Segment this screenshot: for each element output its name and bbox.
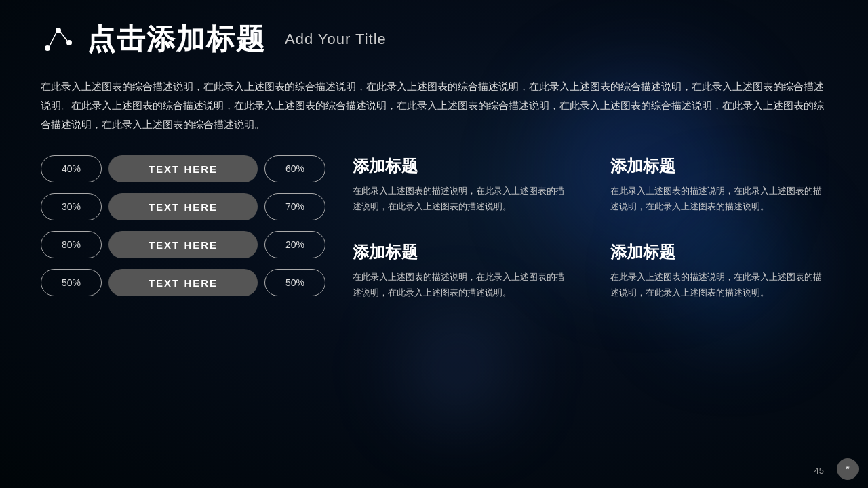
description-text: 在此录入上述图表的综合描述说明，在此录入上述图表的综合描述说明，在此录入上述图表… — [41, 77, 827, 134]
bar-right-3[interactable]: 50% — [264, 269, 326, 296]
bar-row-2: 80%TEXT HERE20% — [41, 231, 326, 258]
svg-line-4 — [60, 32, 67, 41]
card-desc-2: 在此录入上述图表的描述说明，在此录入上述图表的描述说明，在此录入上述图表的描述说… — [353, 270, 570, 301]
card-title-3: 添加标题 — [610, 241, 827, 263]
bar-right-1[interactable]: 70% — [264, 193, 326, 220]
main-area: 40%TEXT HERE60%30%TEXT HERE70%80%TEXT HE… — [41, 155, 827, 307]
bars-section: 40%TEXT HERE60%30%TEXT HERE70%80%TEXT HE… — [41, 155, 326, 307]
header: 点击添加标题 Add Your Title — [41, 20, 827, 58]
main-content: 点击添加标题 Add Your Title 在此录入上述图表的综合描述说明，在此… — [0, 0, 868, 321]
svg-point-2 — [66, 40, 72, 45]
header-icon — [41, 22, 75, 56]
card-desc-3: 在此录入上述图表的描述说明，在此录入上述图表的描述说明，在此录入上述图表的描述说… — [610, 270, 827, 301]
bar-left-1[interactable]: 30% — [41, 193, 102, 220]
card-desc-1: 在此录入上述图表的描述说明，在此录入上述图表的描述说明，在此录入上述图表的描述说… — [610, 184, 827, 215]
bar-left-3[interactable]: 50% — [41, 269, 102, 296]
card-1: 添加标题在此录入上述图表的描述说明，在此录入上述图表的描述说明，在此录入上述图表… — [610, 155, 827, 221]
bar-right-0[interactable]: 60% — [264, 155, 326, 182]
bar-row-0: 40%TEXT HERE60% — [41, 155, 326, 182]
card-3: 添加标题在此录入上述图表的描述说明，在此录入上述图表的描述说明，在此录入上述图表… — [610, 241, 827, 307]
card-desc-0: 在此录入上述图表的描述说明，在此录入上述图表的描述说明，在此录入上述图表的描述说… — [353, 184, 570, 215]
bar-center-1[interactable]: TEXT HERE — [108, 193, 258, 220]
bar-right-2[interactable]: 20% — [264, 231, 326, 258]
cards-section: 添加标题在此录入上述图表的描述说明，在此录入上述图表的描述说明，在此录入上述图表… — [353, 155, 827, 307]
card-2: 添加标题在此录入上述图表的描述说明，在此录入上述图表的描述说明，在此录入上述图表… — [353, 241, 570, 307]
card-title-0: 添加标题 — [353, 155, 570, 177]
card-title-2: 添加标题 — [353, 241, 570, 263]
bar-center-3[interactable]: TEXT HERE — [108, 269, 258, 296]
bar-row-1: 30%TEXT HERE70% — [41, 193, 326, 220]
bar-left-0[interactable]: 40% — [41, 155, 102, 182]
svg-line-3 — [50, 33, 56, 46]
header-title-cn: 点击添加标题 — [87, 20, 266, 58]
bar-center-2[interactable]: TEXT HERE — [108, 231, 258, 258]
svg-point-0 — [45, 45, 50, 51]
card-title-1: 添加标题 — [610, 155, 827, 177]
card-0: 添加标题在此录入上述图表的描述说明，在此录入上述图表的描述说明，在此录入上述图表… — [353, 155, 570, 221]
bar-center-0[interactable]: TEXT HERE — [108, 155, 258, 182]
bar-left-2[interactable]: 80% — [41, 231, 102, 258]
header-title-en: Add Your Title — [285, 30, 387, 48]
bar-row-3: 50%TEXT HERE50% — [41, 269, 326, 296]
